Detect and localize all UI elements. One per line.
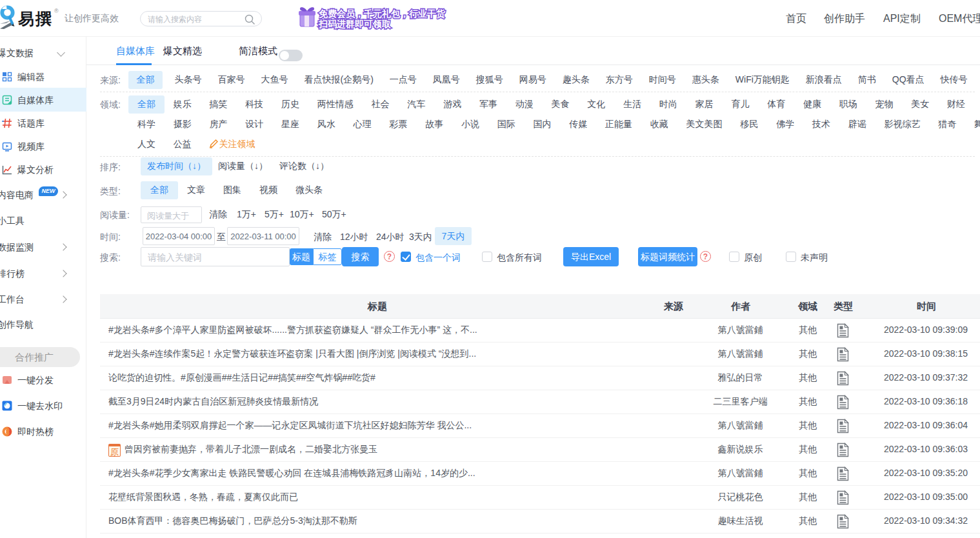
svg-text:免费会员，千元礼包，行业干货: 免费会员，千元礼包，行业干货 bbox=[318, 8, 446, 19]
svg-text:扫码进群即可领取: 扫码进群即可领取 bbox=[318, 19, 391, 29]
